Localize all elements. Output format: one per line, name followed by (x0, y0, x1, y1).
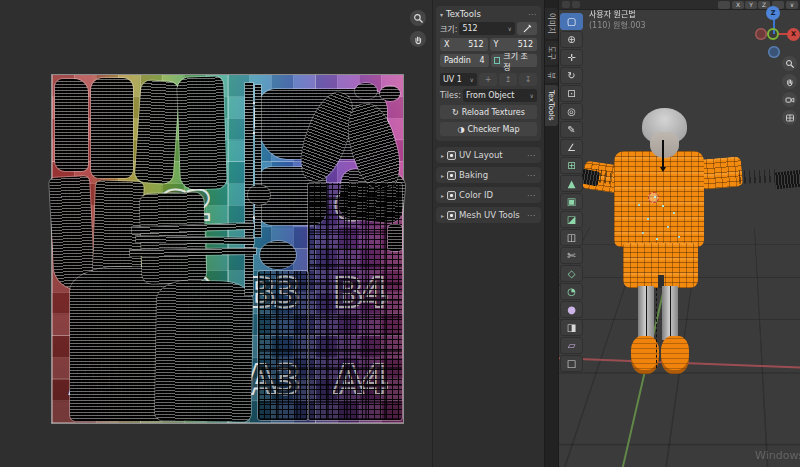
uv-island[interactable] (355, 83, 377, 99)
character-right-hand (774, 170, 800, 190)
character-face (650, 132, 679, 158)
subpanel-menu-icon[interactable]: ⋯ (527, 171, 536, 180)
zoom-icon[interactable] (782, 56, 797, 71)
tool-add-cube[interactable]: ⊞ (560, 157, 583, 174)
subpanel-menu-icon[interactable]: ⋯ (527, 191, 536, 200)
subpanel-color-id[interactable]: Color ID⋯ (436, 187, 541, 203)
pan-hand-icon[interactable] (782, 74, 797, 89)
character-right-boot (661, 336, 689, 374)
tab-textools[interactable]: TexTools (545, 85, 558, 126)
resize-button[interactable]: 크기 조정 (491, 54, 538, 67)
gizmo-negative-x-axis[interactable] (755, 28, 767, 40)
uv-island[interactable] (255, 85, 261, 237)
size-dropdown[interactable]: 512 (459, 22, 515, 35)
uv-island[interactable] (388, 225, 402, 251)
uv-move-down-button[interactable]: ↧ (519, 73, 537, 86)
uv-island[interactable] (380, 86, 400, 101)
tab-이미지[interactable]: 이미지 (545, 8, 558, 39)
sidebar-tabstrip: 이미지도구뷰TexTools (544, 0, 558, 467)
tiles-dropdown[interactable]: From Object (463, 89, 537, 102)
uv-island[interactable] (177, 76, 227, 190)
tab-도구[interactable]: 도구 (545, 41, 558, 65)
uv-island[interactable] (55, 79, 88, 171)
character-right-leg (662, 286, 678, 340)
tool-smooth[interactable]: ● (560, 301, 583, 318)
textools-addon-icon (447, 171, 456, 180)
tool-shear[interactable]: ▱ (560, 337, 583, 354)
viewport-3d[interactable]: XYZ ∨ ▢⊕✛↻⊡◎✎∠⊞▲▣◪◫✄◇◔●◨▱□ (558, 0, 800, 467)
tool-move[interactable]: ✛ (560, 49, 583, 66)
pan-hand-icon[interactable] (410, 31, 426, 47)
size-x-field[interactable]: X512 (440, 38, 488, 51)
tab-뷰[interactable]: 뷰 (545, 67, 558, 84)
uv-checker-canvas[interactable]: D3D4C2C3C4B2B3B4A1A2A3A4 (52, 75, 403, 423)
tool-measure[interactable]: ∠ (560, 139, 583, 156)
orthographic-toggle-icon[interactable] (782, 110, 797, 125)
zoom-icon[interactable] (410, 10, 426, 26)
uv-island[interactable] (258, 271, 308, 420)
navigation-gizmo[interactable]: Z X (755, 6, 799, 60)
reload-icon: ↻ (452, 108, 459, 117)
uv-island[interactable] (260, 241, 296, 269)
viewport-toolbar: ▢⊕✛↻⊡◎✎∠⊞▲▣◪◫✄◇◔●◨▱□ (560, 13, 584, 372)
orientation-icon[interactable] (718, 1, 730, 9)
subpanel-mesh-uv-tools[interactable]: Mesh UV Tools⋯ (436, 207, 541, 223)
viewport-text-overlay: 사용자 원근법 (110) 원형.003 (589, 9, 646, 31)
textools-addon-icon (447, 211, 456, 220)
blender-window: D3D4C2C3C4B2B3B4A1A2A3A4 (0, 0, 800, 467)
axis-constraint-x[interactable]: X (732, 1, 744, 9)
uv-island[interactable] (134, 80, 179, 184)
tool-rip-region[interactable]: □ (560, 355, 583, 372)
checker-map-button[interactable]: ◑ Checker Map (440, 122, 537, 136)
tool-edge-slide[interactable]: ◨ (560, 319, 583, 336)
tool-cursor[interactable]: ⊕ (560, 31, 583, 48)
tool-extrude-region[interactable]: ▲ (560, 175, 583, 192)
collapsed-subpanels: UV Layout⋯Baking⋯Color ID⋯Mesh UV Tools⋯ (433, 147, 544, 223)
tool-transform[interactable]: ◎ (560, 103, 583, 120)
add-uv-channel-button[interactable]: + (479, 73, 497, 86)
uv-island[interactable] (91, 78, 133, 178)
subpanel-baking[interactable]: Baking⋯ (436, 167, 541, 183)
tool-bevel[interactable]: ◪ (560, 211, 583, 228)
textools-panel-header[interactable]: TexTools ⋯ (440, 9, 537, 19)
reload-textures-button[interactable]: ↻ Reload Textures (440, 105, 537, 119)
eyedropper-button[interactable] (517, 22, 537, 35)
character-shorts (623, 243, 698, 288)
gizmo-negative-z-axis[interactable] (768, 46, 780, 58)
uv-island[interactable] (155, 280, 253, 422)
gizmo-x-axis[interactable]: X (787, 28, 800, 41)
gizmo-z-axis[interactable]: Z (766, 6, 780, 20)
tool-spin[interactable]: ◔ (560, 283, 583, 300)
gizmo-y-axis-ring[interactable] (767, 28, 779, 40)
camera-view-icon[interactable] (782, 92, 797, 107)
subpanel-menu-icon[interactable]: ⋯ (527, 151, 536, 160)
resize-icon (494, 57, 501, 64)
tool-inset-faces[interactable]: ▣ (560, 193, 583, 210)
textools-addon-icon (447, 191, 456, 200)
uv-channel-dropdown[interactable]: UV 1 (440, 73, 477, 86)
padding-field[interactable]: Paddin4 (440, 54, 489, 67)
tool-loop-cut[interactable]: ◫ (560, 229, 583, 246)
tool-poly-build[interactable]: ◇ (560, 265, 583, 282)
subpanel-menu-icon[interactable]: ⋯ (527, 211, 536, 220)
mode-dropdown-icon[interactable] (562, 1, 570, 8)
tool-tweak-select-box[interactable]: ▢ (560, 13, 583, 30)
panel-menu-icon[interactable]: ⋯ (528, 10, 537, 19)
select-menu-icon[interactable] (572, 1, 580, 8)
character-right-sleeve (699, 156, 743, 190)
tool-rotate[interactable]: ↻ (560, 67, 583, 84)
tool-annotate[interactable]: ✎ (560, 121, 583, 138)
cursor-3d (648, 192, 659, 203)
sidebar-n-panel: TexTools ⋯ 크기: 512 X512 Y512 P (432, 0, 544, 467)
uv-island[interactable] (308, 183, 402, 420)
uv-island[interactable] (248, 185, 270, 205)
subpanel-uv-layout[interactable]: UV Layout⋯ (436, 147, 541, 163)
uv-image-editor[interactable]: D3D4C2C3C4B2B3B4A1A2A3A4 (0, 0, 432, 467)
tool-knife[interactable]: ✄ (560, 247, 583, 264)
tool-scale[interactable]: ⊡ (560, 85, 583, 102)
character-model[interactable] (559, 0, 800, 467)
uv-move-up-button[interactable]: ↥ (499, 73, 517, 86)
character-left-leg (638, 286, 654, 340)
textools-panel: TexTools ⋯ 크기: 512 X512 Y512 P (436, 6, 541, 141)
uv-editor-nav-gizmos (410, 10, 426, 47)
